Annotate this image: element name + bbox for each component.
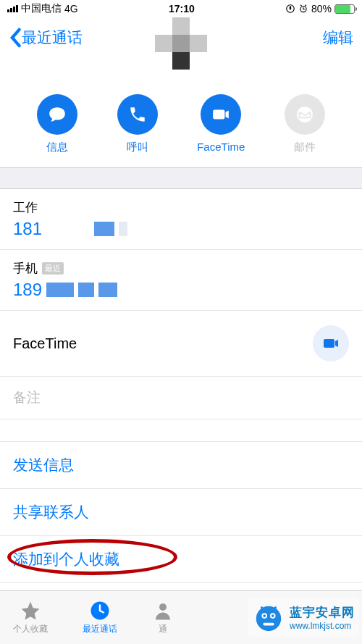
mail-icon bbox=[295, 105, 314, 124]
robot-icon bbox=[252, 601, 285, 634]
svg-point-9 bbox=[272, 614, 274, 617]
nav-bar: 最近通话 编辑 bbox=[0, 17, 362, 58]
status-carrier: 中国电信 bbox=[21, 2, 62, 15]
action-mail: 邮件 bbox=[285, 94, 325, 154]
video-icon bbox=[211, 105, 230, 124]
send-message-cell[interactable]: 发送信息 bbox=[0, 441, 362, 489]
action-facetime-label: FaceTime bbox=[197, 141, 245, 153]
alarm-icon bbox=[298, 4, 308, 14]
contact-actions: 信息 呼叫 FaceTime 邮件 bbox=[0, 80, 362, 167]
watermark: 蓝宇安卓网 www.lmkjst.com bbox=[248, 598, 359, 637]
tab-recents-label: 最近通话 bbox=[83, 623, 117, 635]
status-time: 17:10 bbox=[78, 3, 285, 14]
orientation-lock-icon bbox=[285, 4, 295, 14]
svg-point-8 bbox=[263, 614, 266, 617]
message-icon bbox=[48, 105, 67, 124]
edit-button[interactable]: 编辑 bbox=[323, 28, 353, 48]
facetime-video-button[interactable] bbox=[313, 325, 349, 361]
add-to-favorites-cell[interactable]: 添加到个人收藏 bbox=[0, 536, 362, 583]
tab-recents[interactable]: 最近通话 bbox=[83, 600, 117, 635]
notes-field[interactable]: 备注 bbox=[0, 377, 362, 419]
svg-rect-10 bbox=[263, 623, 274, 626]
phone-mobile-label: 手机 bbox=[13, 260, 38, 277]
tab-contacts-label: 通 bbox=[159, 623, 167, 635]
tab-contacts[interactable]: 通 bbox=[152, 600, 174, 635]
action-message-label: 信息 bbox=[46, 141, 68, 154]
back-label: 最近通话 bbox=[22, 28, 83, 48]
tab-favorites-label: 个人收藏 bbox=[13, 623, 48, 635]
star-icon bbox=[20, 600, 41, 622]
battery-icon bbox=[334, 4, 355, 14]
action-message[interactable]: 信息 bbox=[37, 94, 77, 154]
phone-work-number: 181 bbox=[13, 219, 42, 239]
contact-avatar[interactable] bbox=[155, 17, 207, 70]
back-button[interactable]: 最近通话 bbox=[9, 28, 83, 48]
phone-icon bbox=[128, 105, 147, 124]
status-network: 4G bbox=[64, 3, 78, 14]
video-icon bbox=[322, 335, 340, 352]
add-to-favorites-label: 添加到个人收藏 bbox=[13, 551, 119, 567]
watermark-title: 蓝宇安卓网 bbox=[290, 604, 355, 621]
facetime-row: FaceTime bbox=[0, 311, 362, 377]
action-call-label: 呼叫 bbox=[127, 141, 148, 154]
signal-strength-icon bbox=[7, 5, 18, 12]
svg-point-5 bbox=[256, 606, 282, 632]
phone-mobile[interactable]: 手机 最近 189 bbox=[0, 250, 362, 311]
phone-mobile-number: 189 bbox=[13, 280, 42, 300]
svg-point-4 bbox=[159, 603, 167, 611]
clock-icon bbox=[89, 600, 111, 622]
status-bar: 中国电信 4G 17:10 80% bbox=[0, 0, 362, 17]
action-mail-label: 邮件 bbox=[294, 141, 316, 154]
tab-favorites[interactable]: 个人收藏 bbox=[13, 600, 48, 635]
recent-badge: 最近 bbox=[42, 262, 64, 275]
action-call[interactable]: 呼叫 bbox=[117, 94, 158, 154]
share-contact-cell[interactable]: 共享联系人 bbox=[0, 489, 362, 536]
facetime-label: FaceTime bbox=[13, 335, 77, 352]
chevron-left-icon bbox=[9, 28, 22, 48]
watermark-url: www.lmkjst.com bbox=[290, 621, 355, 631]
section-divider bbox=[0, 167, 362, 189]
phone-work[interactable]: 工作 181 bbox=[0, 189, 362, 250]
phone-work-label: 工作 bbox=[13, 199, 38, 216]
status-battery-percent: 80% bbox=[311, 3, 332, 14]
person-icon bbox=[152, 600, 174, 622]
action-facetime[interactable]: FaceTime bbox=[197, 94, 245, 154]
